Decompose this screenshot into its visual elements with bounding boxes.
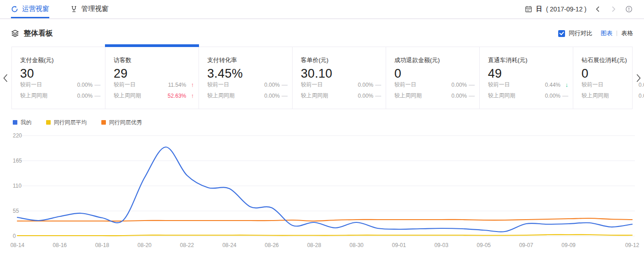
svg-text:0: 0 (13, 233, 16, 239)
metric-title: 访客数 (114, 56, 194, 64)
compare-value: 0.44% (545, 82, 560, 88)
metric-value: 3.45% (207, 67, 288, 81)
compare-row: 较上周同期0.00%— (207, 92, 288, 100)
compare-row: 较前一日0.00%— (301, 81, 381, 89)
compare-value: 11.54% (168, 82, 186, 88)
svg-text:08-22: 08-22 (180, 242, 194, 248)
peer-compare-label: 同行对比 (569, 29, 592, 37)
metric-card[interactable]: 客单价(元) 30.10 较前一日0.00%—较上周同期0.00%— (293, 47, 386, 109)
info-icon[interactable] (625, 5, 633, 13)
next-day-button[interactable] (609, 5, 618, 13)
date-granularity: 日 (536, 5, 542, 13)
operations-view-icon (11, 5, 18, 13)
svg-text:220: 220 (13, 132, 22, 139)
trend-chart-svg: 05511016522008-1408-1608-1808-2008-2208-… (9, 132, 635, 252)
tab-management-view[interactable]: 管理视窗 (70, 0, 109, 18)
svg-text:09-12: 09-12 (625, 242, 639, 248)
compare-value: 0.00% (77, 82, 93, 88)
metric-value: 0 (394, 67, 475, 81)
svg-text:09-09: 09-09 (561, 242, 576, 248)
compare-value: 0.00% (451, 93, 467, 99)
metric-card[interactable]: 成功退款金额(元) 0 较前一日0.00%—较上周同期0.00%— (386, 47, 480, 109)
legend-item[interactable]: 我的 (13, 119, 31, 126)
compare-row: 较前一日0.00%— (20, 81, 100, 89)
trend-up-icon: ↑ (186, 81, 194, 88)
svg-text:55: 55 (13, 208, 19, 214)
legend-item[interactable]: 同行同层优秀 (101, 119, 142, 126)
metric-card[interactable]: 支付转化率 3.45% 较前一日0.00%—较上周同期0.00%— (199, 47, 293, 109)
compare-value: 0.00% (264, 82, 280, 88)
metric-title: 直通车消耗(元) (488, 56, 568, 64)
legend-label: 我的 (21, 119, 31, 126)
compare-value: 0.00% (264, 93, 280, 99)
compare-value: 0.00% (358, 82, 373, 88)
metric-title: 客单价(元) (301, 56, 381, 64)
active-card-indicator (105, 44, 199, 47)
svg-text:08-26: 08-26 (265, 242, 279, 248)
compare-label: 较上周同期 (488, 92, 515, 100)
compare-label: 较上周同期 (207, 92, 235, 100)
compare-value: 0.00% (545, 93, 560, 99)
top-navbar: 运营视窗 管理视窗 日 ( 2017-09-12 ) (0, 0, 644, 19)
compare-label: 较上周同期 (301, 92, 328, 100)
trend-flat-icon: — (467, 81, 475, 88)
prev-day-button[interactable] (594, 5, 602, 13)
trend-up-icon: ↑ (186, 92, 194, 99)
metric-title: 成功退款金额(元) (394, 56, 475, 64)
compare-row: 较上周同期0.00%— (581, 92, 644, 100)
nav-tabs: 运营视窗 管理视窗 (11, 0, 109, 18)
compare-label: 较前一日 (581, 81, 603, 89)
compare-value: 0.00% (639, 93, 644, 99)
compare-row: 较上周同期0.00%— (20, 92, 100, 100)
compare-label: 较上周同期 (394, 92, 422, 100)
management-view-icon (70, 5, 78, 13)
svg-text:08-30: 08-30 (350, 242, 364, 248)
metric-value: 29 (114, 67, 194, 81)
compare-row: 较上周同期0.00%— (394, 92, 475, 100)
trend-chart: 05511016522008-1408-1608-1808-2008-2208-… (9, 132, 635, 252)
metric-card[interactable]: 钻石展位消耗(元) 0 较前一日0.00%—较上周同期0.00%— (573, 47, 644, 109)
legend-label: 同行同层平均 (54, 119, 87, 126)
peer-compare-checkbox[interactable] (558, 30, 565, 37)
svg-text:165: 165 (13, 158, 22, 164)
tab-operations-view[interactable]: 运营视窗 (11, 0, 49, 18)
date-selector[interactable]: 日 ( 2017-09-12 ) (525, 5, 586, 13)
svg-text:110: 110 (13, 183, 21, 189)
trend-flat-icon: — (560, 92, 568, 99)
svg-text:09-05: 09-05 (477, 242, 491, 248)
svg-text:09-03: 09-03 (435, 242, 449, 248)
compare-label: 较上周同期 (20, 92, 47, 100)
calendar-icon (525, 5, 532, 13)
compare-label: 较上周同期 (581, 92, 609, 100)
metric-value: 30.10 (301, 67, 381, 81)
metric-card[interactable]: 支付金额(元) 30 较前一日0.00%—较上周同期0.00%— (12, 47, 105, 109)
legend-item[interactable]: 同行同层平均 (46, 119, 87, 126)
layers-icon (11, 29, 19, 37)
compare-label: 较前一日 (488, 81, 510, 89)
compare-row: 较前一日0.44%↓ (488, 81, 568, 89)
metric-cards-row: 支付金额(元) 30 较前一日0.00%—较上周同期0.00%— 访客数 29 … (11, 47, 633, 109)
svg-text:08-28: 08-28 (307, 242, 321, 248)
cards-scroll-left-button[interactable] (2, 73, 9, 83)
svg-text:08-18: 08-18 (95, 242, 109, 248)
trend-flat-icon: — (467, 92, 475, 99)
compare-value: 52.63% (168, 93, 186, 99)
tab-label: 运营视窗 (22, 5, 49, 13)
compare-label: 较前一日 (301, 81, 323, 89)
metric-card[interactable]: 访客数 29 较前一日11.54%↑较上周同期52.63%↑ (105, 47, 199, 109)
svg-text:08-14: 08-14 (10, 242, 25, 248)
view-toggle-chart[interactable]: 图表 (601, 29, 613, 37)
view-toggle-divider (617, 31, 617, 36)
compare-value: 0.00% (77, 93, 93, 99)
compare-row: 较上周同期0.00%— (488, 92, 568, 100)
view-toggle-table[interactable]: 表格 (621, 29, 633, 37)
compare-label: 较前一日 (394, 81, 416, 89)
metric-title: 支付金额(元) (20, 56, 100, 64)
metric-card[interactable]: 直通车消耗(元) 49 较前一日0.44%↓较上周同期0.00%— (480, 47, 573, 109)
compare-row: 较前一日0.00%— (207, 81, 288, 89)
cards-scroll-right-button[interactable] (635, 73, 642, 83)
legend-label: 同行同层优秀 (109, 119, 142, 126)
svg-text:08-20: 08-20 (137, 242, 152, 248)
compare-label: 较前一日 (114, 81, 136, 89)
metric-title: 支付转化率 (207, 56, 288, 64)
